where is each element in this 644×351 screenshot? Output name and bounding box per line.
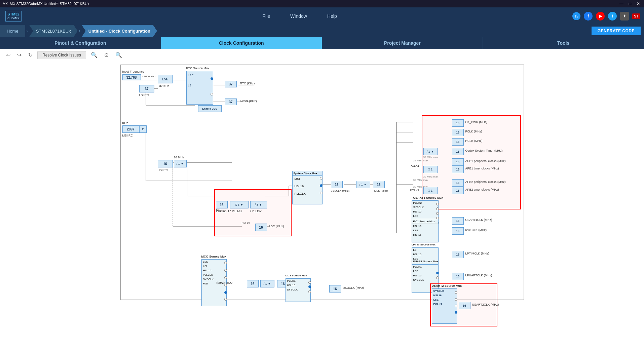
hsi16-adc-label: HSI 16 [242, 221, 250, 224]
usart2-sysclk-radio[interactable] [455, 291, 457, 294]
usart2-lse-radio[interactable] [455, 305, 457, 307]
breadcrumb-config[interactable]: Untitled - Clock Configuration [82, 25, 157, 37]
i2c3-pclk1-radio[interactable] [308, 281, 311, 284]
pll-div-select[interactable]: / 3 ▼ [250, 201, 267, 208]
input-freq-label: Input Frequency [122, 70, 144, 73]
hsi-16mhz-label: 16 MHz [174, 156, 184, 159]
cortex-div[interactable]: / 1 ▼ [423, 148, 438, 155]
maximize-btn[interactable]: □ [628, 1, 633, 6]
main-content: Input Frequency 32.768 1-1000 KHz LSE 37… [0, 61, 644, 351]
generate-code-button[interactable]: GENERATE CODE [592, 27, 641, 35]
mco-value: 16 [247, 280, 259, 287]
usart2-pclk1-radio[interactable] [455, 311, 457, 314]
apb1-timer-mul[interactable]: X 1 [423, 166, 438, 173]
mco-sysclk-radio[interactable] [224, 291, 227, 294]
breadcrumb-home[interactable]: Home [0, 25, 25, 37]
lse-block[interactable]: LSE [158, 75, 173, 83]
apb2-timer-value: 16 [452, 187, 464, 194]
usart2-hsi-radio[interactable] [455, 298, 457, 301]
i2c1-value: 16 [452, 227, 464, 235]
sys-mux-pll-radio[interactable] [320, 192, 323, 194]
i2c3-value: 16 [329, 285, 341, 292]
title-bar-left: MX MX STM32CubeMX Untitled*: STM32L071KB… [3, 2, 89, 6]
menu-bar: STM32 CubeMX File Window Help 19 f ▶ t ✦… [0, 7, 644, 25]
lsi-value[interactable]: 37 [139, 85, 154, 92]
input-freq-value[interactable]: 32.768 [122, 74, 141, 80]
clock-diagram: Input Frequency 32.768 1-1000 KHz LSE 37… [120, 65, 524, 300]
zoom-reset-button[interactable]: ⊙ [102, 50, 111, 60]
lpuart-lse-radio[interactable] [436, 276, 439, 279]
menu-right: 19 f ▶ t ✦ ST [572, 12, 644, 21]
zoom-in-button[interactable]: 🔍 [113, 50, 124, 60]
breadcrumb-sep1: › [25, 29, 29, 33]
menu-help[interactable]: Help [317, 11, 347, 22]
sys-mux-msi: MSI [295, 177, 320, 181]
tab-pinout[interactable]: Pinout & Configuration [0, 37, 161, 49]
mco-msi-radio[interactable] [224, 298, 227, 301]
pll-mul-label: * PLLMul [230, 209, 242, 213]
pll-mul-select[interactable]: X 3 ▼ [230, 201, 249, 208]
hclk-out-label: HCLK (MHz) [465, 139, 483, 143]
title-bar-text: MX STM32CubeMX Untitled*: STM32L071KBUx [10, 2, 89, 6]
lpuart-pclk1-radio[interactable] [436, 272, 439, 274]
msi-select[interactable]: ▼ [139, 125, 147, 133]
fclk-value: 16 [452, 129, 464, 136]
sys-mux-msi-radio[interactable] [320, 177, 323, 180]
rtc-mux-lsi-radio[interactable] [211, 93, 213, 95]
youtube-icon[interactable]: ▶ [596, 12, 605, 21]
i2c1-source-mux-label: I2C1 Source Mux [412, 219, 438, 224]
menu-window[interactable]: Window [280, 11, 317, 22]
app-icon: MX [3, 2, 8, 6]
menu-file[interactable]: File [253, 11, 280, 22]
network-icon[interactable]: ✦ [620, 12, 629, 21]
hsi-div[interactable]: / 1 ▼ [174, 160, 187, 167]
mco-prescaler[interactable]: / 1 ▼ [260, 280, 274, 287]
tab-clock[interactable]: Clock Configuration [161, 37, 322, 49]
vco-input-label: VCOInput [216, 209, 229, 213]
rtc-source-mux[interactable]: LSE LSI [186, 71, 213, 105]
enable-css-block[interactable]: Enable CSS [198, 105, 222, 112]
minimize-btn[interactable]: — [618, 1, 625, 6]
iwdg-value: 37 [225, 99, 237, 105]
twitter-icon[interactable]: t [608, 12, 617, 21]
rtc-mux-lse-radio[interactable] [211, 77, 213, 80]
i2c3-label: I2C3CLK (MHz) [343, 286, 364, 289]
usart1-source-mux-label: USART1 Source Mux [413, 196, 444, 199]
sys-mux-hsi-radio[interactable] [320, 184, 323, 187]
facebook-icon[interactable]: f [584, 12, 593, 21]
undo-button[interactable]: ↩ [4, 50, 12, 60]
usart2-value: 16 [459, 302, 470, 309]
usart1-sysclk-radio[interactable] [436, 207, 439, 210]
iwdg-label: IWDG (KHz) [240, 100, 257, 103]
refresh-button[interactable]: ↻ [26, 50, 35, 60]
usart1-hsi-radio[interactable] [436, 212, 439, 215]
notification-badge[interactable]: 19 [572, 12, 580, 20]
mco-hsi-radio[interactable] [224, 276, 227, 279]
i2c3-sysclk-radio[interactable] [308, 290, 311, 293]
ahb-prescaler[interactable]: / 1 ▼ [356, 181, 370, 188]
tab-tools[interactable]: Tools [483, 37, 644, 49]
tab-project[interactable]: Project Manager [322, 37, 483, 49]
breadcrumb-bar: Home › STM32L071KBUx › Untitled - Clock … [0, 25, 644, 37]
mco-lse-radio[interactable] [224, 262, 227, 264]
st-logo[interactable]: ST [632, 13, 640, 19]
i2c3-hsi-radio[interactable] [308, 285, 311, 288]
sys-mux-pll: PLLCLK [295, 192, 320, 195]
vco-input-value: 16 [216, 201, 228, 208]
resolve-clock-button[interactable]: Resolve Clock Issues [37, 51, 86, 59]
title-bar-right: — □ ✕ [618, 1, 641, 6]
msi-value[interactable]: 2097 [122, 125, 139, 133]
usart1-pclk2-radio[interactable] [436, 203, 439, 205]
usart2-label: USART2CLK (MHz) [472, 303, 499, 306]
zoom-out-button[interactable]: 🔍 [89, 50, 100, 60]
pclk1-label: PCLK1 [410, 164, 420, 167]
mco-lsi-radio[interactable] [224, 269, 227, 272]
redo-button[interactable]: ↪ [15, 50, 24, 60]
apb2-timer-mul[interactable]: X 1 [423, 187, 438, 194]
apb1-periph-value: 16 [452, 158, 464, 166]
hsi-value[interactable]: 16 [158, 160, 173, 167]
close-btn[interactable]: ✕ [635, 1, 641, 6]
lptim-value: 16 [452, 251, 464, 258]
breadcrumb-mcu[interactable]: STM32L071KBUx [29, 25, 78, 37]
adc-label: ADC (MHz) [269, 225, 284, 228]
